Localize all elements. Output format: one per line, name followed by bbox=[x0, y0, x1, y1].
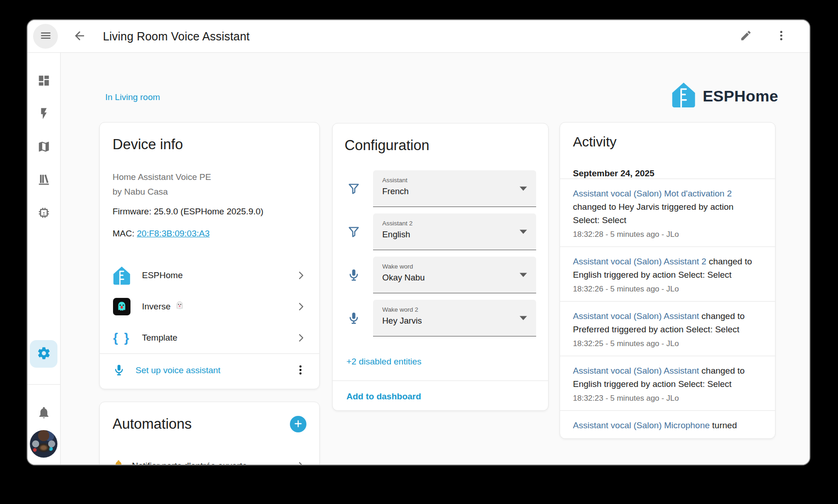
microphone-icon bbox=[345, 311, 363, 325]
device-model: Home Assistant Voice PE bbox=[113, 170, 306, 185]
device-mac: MAC: 20:F8:3B:09:03:A3 bbox=[113, 229, 306, 239]
setup-voice-assistant-button[interactable]: Set up voice assistant bbox=[113, 364, 221, 378]
sidebar-item-energy[interactable] bbox=[35, 105, 53, 123]
dropdown-caret-icon bbox=[520, 230, 527, 234]
select-label: Wake word 2 bbox=[382, 306, 527, 313]
activity-title: Activity bbox=[573, 134, 762, 150]
device-link-label: ESPHome bbox=[142, 270, 183, 280]
app-header: Living Room Voice Assistant bbox=[28, 20, 810, 53]
select-value: Okay Nabu bbox=[382, 273, 527, 283]
device-info-title: Device info bbox=[113, 136, 306, 153]
voice-assistant-overflow-button[interactable] bbox=[294, 364, 306, 377]
device-link-esphome[interactable]: ESPHome bbox=[113, 260, 306, 291]
select-label: Assistant bbox=[382, 177, 527, 184]
config-row-assistant: Assistant French bbox=[345, 170, 536, 207]
device-info-card: Device info Home Assistant Voice PE by N… bbox=[99, 122, 320, 389]
add-to-dashboard-link[interactable]: Add to dashboard bbox=[346, 392, 421, 402]
filter-icon bbox=[345, 225, 363, 239]
disabled-entities-link[interactable]: +2 disabled entities bbox=[346, 357, 421, 367]
device-manufacturer: by Nabu Casa bbox=[113, 185, 306, 199]
area-breadcrumb-link[interactable]: In Living room bbox=[105, 92, 160, 102]
sidebar-item-settings-selected[interactable] bbox=[30, 340, 57, 368]
dots-vertical-icon bbox=[294, 364, 306, 377]
braces-icon: { } bbox=[113, 331, 131, 345]
esphome-brand[interactable]: ESPHome bbox=[672, 82, 778, 110]
config-row-wake-word: Wake word Okay Nabu bbox=[345, 257, 536, 293]
sidebar-divider bbox=[28, 384, 60, 385]
activity-card: Activity September 24, 2025 Assistant vo… bbox=[560, 122, 776, 439]
lightning-bolt-icon bbox=[37, 107, 51, 122]
device-link-label: Inverse bbox=[142, 302, 170, 312]
ghost-emoji-icon bbox=[174, 300, 185, 314]
select-value: French bbox=[382, 186, 527, 196]
entry-timestamp: 18:32:28 - 5 minutes ago - JLo bbox=[573, 230, 762, 239]
bell-icon bbox=[37, 406, 51, 421]
dropdown-caret-icon bbox=[520, 273, 527, 277]
entry-timestamp: 18:32:26 - 5 minutes ago - JLo bbox=[573, 285, 762, 294]
back-button[interactable] bbox=[73, 29, 86, 44]
esphome-logo-icon bbox=[672, 82, 696, 110]
arrow-left-icon bbox=[73, 29, 86, 44]
filter-icon bbox=[345, 182, 363, 196]
sidebar-item-logbook[interactable] bbox=[35, 171, 53, 190]
sidebar-item-map[interactable] bbox=[35, 138, 53, 157]
bell-emoji-icon bbox=[113, 459, 125, 465]
bookshelf-icon bbox=[37, 173, 51, 188]
activity-entry: Assistant vocal (Salon) Assistant change… bbox=[573, 356, 762, 410]
sidebar-item-dashboard[interactable] bbox=[35, 72, 53, 90]
automations-title: Automations bbox=[113, 416, 192, 432]
config-row-assistant-2: Assistant 2 English bbox=[345, 213, 536, 250]
device-firmware: Firmware: 25.9.0 (ESPHome 2025.9.0) bbox=[113, 207, 306, 217]
sidebar-item-developer-tools[interactable] bbox=[35, 204, 53, 223]
app-window: Living Room Voice Assistant bbox=[27, 19, 810, 465]
automation-label: Notifier porte d'entrée ouverte bbox=[132, 461, 247, 465]
entry-timestamp: 18:32:25 - 5 minutes ago - JLo bbox=[573, 339, 762, 348]
plus-icon bbox=[293, 419, 303, 430]
entity-link[interactable]: Assistant vocal (Salon) Microphone bbox=[573, 420, 710, 430]
entity-link[interactable]: Assistant vocal (Salon) Assistant 2 bbox=[573, 257, 706, 266]
select-value: Hey Jarvis bbox=[382, 316, 527, 326]
activity-entry-clipped: Assistant vocal (Salon) Microphone turne… bbox=[573, 411, 762, 439]
hamburger-menu-icon bbox=[40, 29, 52, 43]
chevron-right-icon bbox=[295, 460, 306, 465]
select-label: Wake word bbox=[382, 263, 527, 270]
device-link-inverse[interactable]: Inverse bbox=[113, 291, 306, 322]
config-row-wake-word-2: Wake word 2 Hey Jarvis bbox=[345, 300, 536, 336]
wake-word-select[interactable]: Wake word Okay Nabu bbox=[373, 257, 536, 293]
device-link-template[interactable]: { } Template bbox=[113, 322, 306, 353]
automation-item[interactable]: Notifier porte d'entrée ouverte bbox=[113, 454, 306, 465]
select-label: Assistant 2 bbox=[382, 220, 527, 227]
chip-icon bbox=[37, 206, 51, 221]
page-title: Living Room Voice Assistant bbox=[103, 30, 249, 43]
esphome-house-icon bbox=[113, 266, 131, 285]
entity-link[interactable]: Assistant vocal (Salon) Mot d'activation… bbox=[573, 189, 732, 198]
automations-card: Automations Notifier porte d'entrée ouve… bbox=[99, 402, 320, 465]
mac-address-link[interactable]: 20:F8:3B:09:03:A3 bbox=[137, 229, 210, 238]
gear-icon bbox=[37, 346, 51, 362]
activity-date: September 24, 2025 bbox=[573, 168, 762, 179]
entity-link[interactable]: Assistant vocal (Salon) Assistant bbox=[573, 366, 699, 375]
dots-vertical-icon bbox=[775, 29, 787, 43]
brand-name: ESPHome bbox=[702, 87, 778, 105]
assistant-select[interactable]: Assistant French bbox=[373, 170, 536, 207]
wake-word-2-select[interactable]: Wake word 2 Hey Jarvis bbox=[373, 300, 536, 336]
dropdown-caret-icon bbox=[520, 316, 527, 320]
chevron-right-icon bbox=[295, 301, 306, 312]
user-avatar[interactable] bbox=[30, 430, 57, 458]
entity-link[interactable]: Assistant vocal (Salon) Assistant bbox=[573, 311, 699, 321]
sidebar-menu-button[interactable] bbox=[33, 24, 58, 49]
notifications-button[interactable] bbox=[34, 404, 53, 423]
setup-voice-assistant-label: Set up voice assistant bbox=[136, 365, 221, 375]
sidebar bbox=[28, 53, 61, 465]
overflow-menu-button[interactable] bbox=[775, 29, 787, 43]
configuration-card: Configuration Assistant French bbox=[332, 123, 549, 411]
assistant-2-select[interactable]: Assistant 2 English bbox=[373, 213, 536, 250]
entry-text: turned bbox=[710, 420, 737, 430]
rename-device-button[interactable] bbox=[740, 29, 752, 43]
activity-entry: Assistant vocal (Salon) Assistant 2 chan… bbox=[573, 247, 762, 301]
pencil-icon bbox=[740, 29, 752, 43]
select-value: English bbox=[382, 230, 527, 240]
add-automation-button[interactable] bbox=[290, 416, 306, 432]
entry-timestamp: 18:32:23 - 5 minutes ago - JLo bbox=[573, 394, 762, 403]
chevron-right-icon bbox=[295, 270, 306, 281]
